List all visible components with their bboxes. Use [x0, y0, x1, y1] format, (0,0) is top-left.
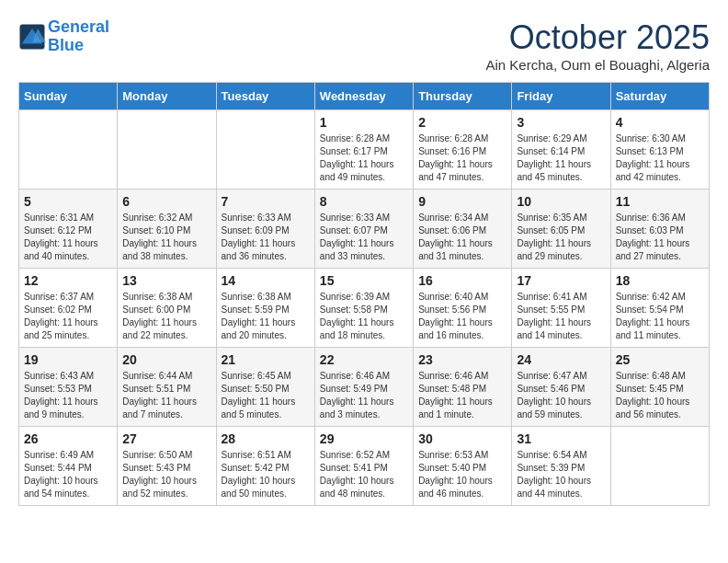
day-info: Sunrise: 6:36 AM Sunset: 6:03 PM Dayligh… [616, 212, 704, 263]
col-header-tuesday: Tuesday [216, 83, 314, 110]
day-cell-4: 4Sunrise: 6:30 AM Sunset: 6:13 PM Daylig… [610, 110, 709, 190]
day-cell-16: 16Sunrise: 6:40 AM Sunset: 5:56 PM Dayli… [414, 269, 512, 348]
col-header-thursday: Thursday [414, 83, 512, 110]
day-number: 7 [222, 194, 310, 209]
day-cell-7: 7Sunrise: 6:33 AM Sunset: 6:09 PM Daylig… [216, 190, 314, 269]
day-cell-5: 5Sunrise: 6:31 AM Sunset: 6:12 PM Daylig… [19, 190, 118, 269]
day-cell-19: 19Sunrise: 6:43 AM Sunset: 5:53 PM Dayli… [19, 348, 118, 427]
day-cell-13: 13Sunrise: 6:38 AM Sunset: 6:00 PM Dayli… [118, 269, 216, 348]
day-cell-26: 26Sunrise: 6:49 AM Sunset: 5:44 PM Dayli… [19, 427, 118, 506]
empty-cell [610, 427, 709, 506]
day-number: 25 [616, 352, 704, 367]
calendar-table: SundayMondayTuesdayWednesdayThursdayFrid… [18, 82, 710, 506]
day-info: Sunrise: 6:41 AM Sunset: 5:55 PM Dayligh… [517, 291, 605, 342]
day-info: Sunrise: 6:39 AM Sunset: 5:58 PM Dayligh… [320, 291, 408, 342]
day-info: Sunrise: 6:32 AM Sunset: 6:10 PM Dayligh… [122, 212, 210, 263]
day-number: 26 [24, 431, 112, 446]
day-cell-1: 1Sunrise: 6:28 AM Sunset: 6:17 PM Daylig… [314, 110, 413, 190]
empty-cell [118, 110, 216, 190]
day-number: 11 [616, 194, 704, 209]
day-cell-9: 9Sunrise: 6:34 AM Sunset: 6:06 PM Daylig… [414, 190, 512, 269]
day-cell-24: 24Sunrise: 6:47 AM Sunset: 5:46 PM Dayli… [512, 348, 610, 427]
day-cell-20: 20Sunrise: 6:44 AM Sunset: 5:51 PM Dayli… [118, 348, 216, 427]
day-info: Sunrise: 6:44 AM Sunset: 5:51 PM Dayligh… [122, 370, 210, 421]
day-number: 23 [418, 352, 506, 367]
day-info: Sunrise: 6:28 AM Sunset: 6:17 PM Dayligh… [320, 132, 408, 184]
day-number: 19 [24, 352, 112, 367]
day-info: Sunrise: 6:46 AM Sunset: 5:49 PM Dayligh… [320, 370, 408, 421]
week-row-2: 12Sunrise: 6:37 AM Sunset: 6:02 PM Dayli… [19, 269, 710, 348]
empty-cell [216, 110, 314, 190]
day-number: 4 [616, 115, 704, 130]
title-block: October 2025 Ain Kercha, Oum el Bouaghi,… [486, 18, 710, 73]
day-number: 2 [418, 115, 506, 130]
empty-cell [19, 110, 118, 190]
day-info: Sunrise: 6:34 AM Sunset: 6:06 PM Dayligh… [418, 212, 506, 263]
day-number: 8 [320, 194, 408, 209]
week-row-3: 19Sunrise: 6:43 AM Sunset: 5:53 PM Dayli… [19, 348, 710, 427]
day-info: Sunrise: 6:49 AM Sunset: 5:44 PM Dayligh… [24, 449, 112, 500]
day-number: 12 [24, 273, 112, 288]
day-info: Sunrise: 6:52 AM Sunset: 5:41 PM Dayligh… [320, 449, 408, 500]
day-cell-21: 21Sunrise: 6:45 AM Sunset: 5:50 PM Dayli… [216, 348, 314, 427]
day-info: Sunrise: 6:33 AM Sunset: 6:09 PM Dayligh… [222, 212, 310, 263]
day-info: Sunrise: 6:48 AM Sunset: 5:45 PM Dayligh… [616, 370, 704, 421]
day-info: Sunrise: 6:37 AM Sunset: 6:02 PM Dayligh… [24, 291, 112, 342]
day-number: 6 [122, 194, 210, 209]
day-number: 27 [122, 431, 210, 446]
day-number: 31 [517, 431, 605, 446]
day-number: 5 [24, 194, 112, 209]
day-info: Sunrise: 6:28 AM Sunset: 6:16 PM Dayligh… [418, 132, 506, 184]
day-cell-3: 3Sunrise: 6:29 AM Sunset: 6:14 PM Daylig… [512, 110, 610, 190]
day-info: Sunrise: 6:43 AM Sunset: 5:53 PM Dayligh… [24, 370, 112, 421]
day-info: Sunrise: 6:54 AM Sunset: 5:39 PM Dayligh… [517, 449, 605, 500]
day-number: 30 [418, 431, 506, 446]
day-cell-14: 14Sunrise: 6:38 AM Sunset: 5:59 PM Dayli… [216, 269, 314, 348]
day-info: Sunrise: 6:53 AM Sunset: 5:40 PM Dayligh… [418, 449, 506, 500]
day-number: 14 [222, 273, 310, 288]
logo-general: General [48, 17, 109, 36]
day-cell-11: 11Sunrise: 6:36 AM Sunset: 6:03 PM Dayli… [610, 190, 709, 269]
day-cell-31: 31Sunrise: 6:54 AM Sunset: 5:39 PM Dayli… [512, 427, 610, 506]
day-number: 18 [616, 273, 704, 288]
day-cell-17: 17Sunrise: 6:41 AM Sunset: 5:55 PM Dayli… [512, 269, 610, 348]
day-info: Sunrise: 6:38 AM Sunset: 6:00 PM Dayligh… [122, 291, 210, 342]
logo-icon [18, 23, 46, 51]
day-cell-27: 27Sunrise: 6:50 AM Sunset: 5:43 PM Dayli… [118, 427, 216, 506]
day-info: Sunrise: 6:46 AM Sunset: 5:48 PM Dayligh… [418, 370, 506, 421]
location: Ain Kercha, Oum el Bouaghi, Algeria [486, 57, 710, 73]
day-cell-12: 12Sunrise: 6:37 AM Sunset: 6:02 PM Dayli… [19, 269, 118, 348]
day-cell-10: 10Sunrise: 6:35 AM Sunset: 6:05 PM Dayli… [512, 190, 610, 269]
day-number: 21 [222, 352, 310, 367]
day-cell-23: 23Sunrise: 6:46 AM Sunset: 5:48 PM Dayli… [414, 348, 512, 427]
day-number: 28 [222, 431, 310, 446]
day-cell-30: 30Sunrise: 6:53 AM Sunset: 5:40 PM Dayli… [414, 427, 512, 506]
day-number: 20 [122, 352, 210, 367]
calendar-header-row: SundayMondayTuesdayWednesdayThursdayFrid… [19, 83, 710, 110]
day-cell-8: 8Sunrise: 6:33 AM Sunset: 6:07 PM Daylig… [314, 190, 413, 269]
day-number: 1 [320, 115, 408, 130]
day-number: 16 [418, 273, 506, 288]
day-info: Sunrise: 6:47 AM Sunset: 5:46 PM Dayligh… [517, 370, 605, 421]
logo: General Blue [18, 18, 109, 55]
day-cell-25: 25Sunrise: 6:48 AM Sunset: 5:45 PM Dayli… [610, 348, 709, 427]
day-number: 22 [320, 352, 408, 367]
month-title: October 2025 [486, 18, 710, 57]
col-header-monday: Monday [118, 83, 216, 110]
day-number: 24 [517, 352, 605, 367]
day-number: 9 [418, 194, 506, 209]
col-header-sunday: Sunday [19, 83, 118, 110]
day-info: Sunrise: 6:38 AM Sunset: 5:59 PM Dayligh… [222, 291, 310, 342]
col-header-friday: Friday [512, 83, 610, 110]
day-info: Sunrise: 6:42 AM Sunset: 5:54 PM Dayligh… [616, 291, 704, 342]
day-cell-18: 18Sunrise: 6:42 AM Sunset: 5:54 PM Dayli… [610, 269, 709, 348]
week-row-4: 26Sunrise: 6:49 AM Sunset: 5:44 PM Dayli… [19, 427, 710, 506]
day-info: Sunrise: 6:51 AM Sunset: 5:42 PM Dayligh… [222, 449, 310, 500]
day-number: 29 [320, 431, 408, 446]
day-info: Sunrise: 6:33 AM Sunset: 6:07 PM Dayligh… [320, 212, 408, 263]
logo-blue: Blue [48, 36, 84, 54]
day-info: Sunrise: 6:45 AM Sunset: 5:50 PM Dayligh… [222, 370, 310, 421]
day-cell-2: 2Sunrise: 6:28 AM Sunset: 6:16 PM Daylig… [414, 110, 512, 190]
day-cell-28: 28Sunrise: 6:51 AM Sunset: 5:42 PM Dayli… [216, 427, 314, 506]
day-number: 17 [517, 273, 605, 288]
